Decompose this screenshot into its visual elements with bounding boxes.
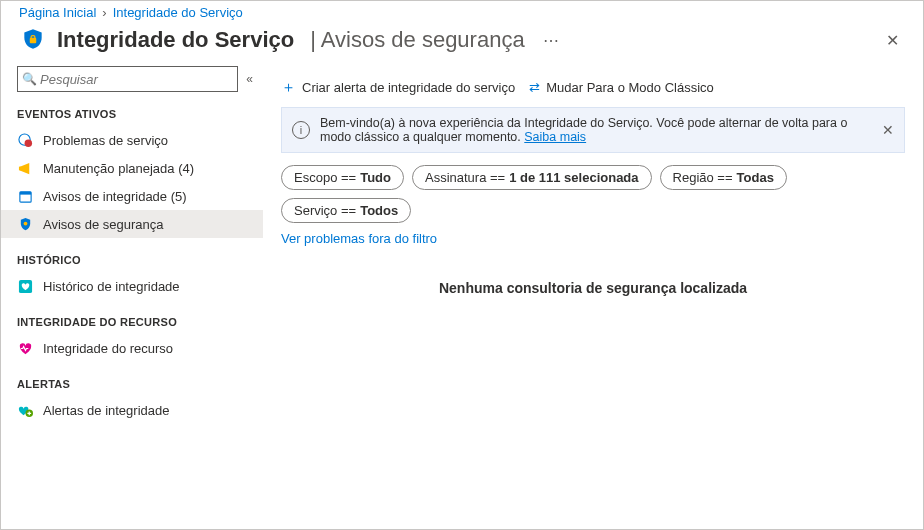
- toolbar: ＋ Criar alerta de integridade do serviço…: [281, 66, 905, 107]
- sidebar-item-problemas[interactable]: Problemas de serviço: [1, 126, 263, 154]
- sidebar-item-label: Problemas de serviço: [43, 133, 168, 148]
- filter-escopo[interactable]: Escopo == Tudo: [281, 165, 404, 190]
- megaphone-icon: [17, 160, 33, 176]
- banner-link[interactable]: Saiba mais: [524, 130, 586, 144]
- search-field[interactable]: [40, 72, 237, 87]
- sidebar-item-alertas[interactable]: Alertas de integridade: [1, 396, 263, 424]
- out-of-filter-link[interactable]: Ver problemas fora do filtro: [281, 227, 905, 246]
- create-alert-button[interactable]: ＋ Criar alerta de integridade do serviço: [281, 78, 515, 97]
- heart-plus-icon: [17, 402, 33, 418]
- sidebar-item-historico[interactable]: Histórico de integridade: [1, 272, 263, 300]
- main-content: ＋ Criar alerta de integridade do serviço…: [263, 66, 923, 528]
- sidebar: 🔍 « EVENTOS ATIVOS Problemas de serviço …: [1, 66, 263, 528]
- plus-icon: ＋: [281, 78, 296, 97]
- sidebar-item-label: Avisos de integridade (5): [43, 189, 187, 204]
- page-title: Integridade do Serviço: [57, 27, 294, 53]
- sidebar-item-avisos-integridade[interactable]: Avisos de integridade (5): [1, 182, 263, 210]
- sidebar-item-label: Manutenção planejada (4): [43, 161, 194, 176]
- svg-point-3: [24, 139, 32, 147]
- sidebar-item-avisos-seguranca[interactable]: Avisos de segurança: [1, 210, 263, 238]
- section-eventos: EVENTOS ATIVOS: [1, 102, 263, 126]
- collapse-sidebar-icon[interactable]: «: [246, 72, 253, 86]
- toolbar-label: Mudar Para o Modo Clássico: [546, 80, 714, 95]
- empty-state: Nenhuma consultoria de segurança localiz…: [281, 246, 905, 330]
- breadcrumb: Página Inicial › Integridade do Serviço: [1, 1, 923, 22]
- shield-lock-icon: [19, 26, 47, 54]
- section-integridade-recurso: INTEGRIDADE DO RECURSO: [1, 310, 263, 334]
- sidebar-item-label: Avisos de segurança: [43, 217, 163, 232]
- filter-regiao[interactable]: Região == Todas: [660, 165, 787, 190]
- info-icon: i: [292, 121, 310, 139]
- shield-icon: [17, 216, 33, 232]
- toolbar-label: Criar alerta de integridade do serviço: [302, 80, 515, 95]
- sidebar-item-label: Histórico de integridade: [43, 279, 180, 294]
- svg-rect-4: [18, 166, 20, 170]
- svg-point-7: [23, 221, 27, 225]
- close-icon[interactable]: ✕: [880, 27, 905, 54]
- breadcrumb-home[interactable]: Página Inicial: [19, 5, 96, 20]
- classic-mode-button[interactable]: ⇄ Mudar Para o Modo Clássico: [529, 80, 714, 95]
- breadcrumb-current[interactable]: Integridade do Serviço: [113, 5, 243, 20]
- sidebar-item-integridade-recurso[interactable]: Integridade do recurso: [1, 334, 263, 362]
- filter-assinatura[interactable]: Assinatura == 1 de 111 selecionada: [412, 165, 652, 190]
- page-subtitle: | Avisos de segurança: [310, 27, 524, 53]
- more-icon[interactable]: ⋯: [543, 31, 560, 50]
- page-header: Integridade do Serviço | Avisos de segur…: [1, 22, 923, 66]
- section-historico: HISTÓRICO: [1, 248, 263, 272]
- banner-close-icon[interactable]: ✕: [882, 122, 894, 138]
- svg-rect-6: [19, 191, 30, 194]
- globe-error-icon: [17, 132, 33, 148]
- section-alertas: ALERTAS: [1, 372, 263, 396]
- heartbeat-icon: [17, 340, 33, 356]
- sidebar-item-label: Alertas de integridade: [43, 403, 169, 418]
- chevron-right-icon: ›: [102, 5, 106, 20]
- search-icon: 🔍: [18, 72, 40, 86]
- swap-icon: ⇄: [529, 80, 540, 95]
- sidebar-item-label: Integridade do recurso: [43, 341, 173, 356]
- calendar-icon: [17, 188, 33, 204]
- filter-row: Escopo == Tudo Assinatura == 1 de 111 se…: [281, 153, 905, 227]
- filter-servico[interactable]: Serviço == Todos: [281, 198, 411, 223]
- info-banner: i Bem-vindo(a) à nova experiência da Int…: [281, 107, 905, 153]
- search-input[interactable]: 🔍: [17, 66, 238, 92]
- heart-box-icon: [17, 278, 33, 294]
- sidebar-item-manutencao[interactable]: Manutenção planejada (4): [1, 154, 263, 182]
- banner-text: Bem-vindo(a) à nova experiência da Integ…: [320, 116, 872, 144]
